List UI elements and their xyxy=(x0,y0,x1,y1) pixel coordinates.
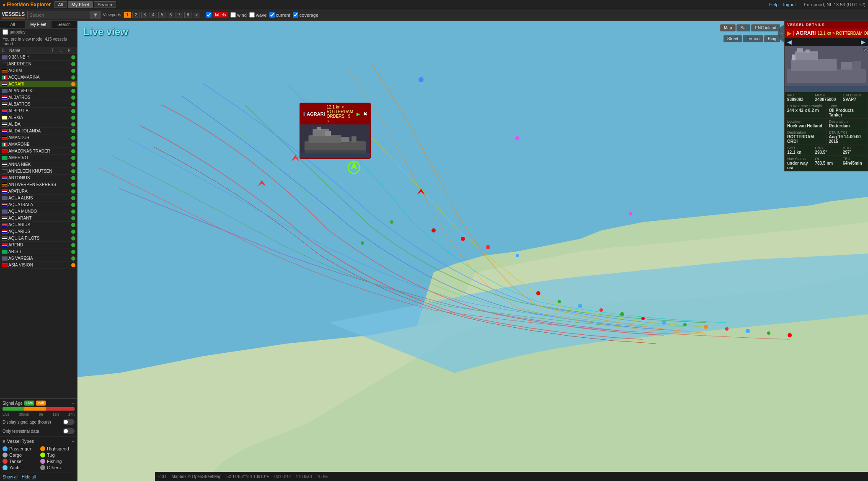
vessel-list-item[interactable]: ASIA VISION xyxy=(0,262,77,269)
col-name-header[interactable]: Name xyxy=(9,48,50,53)
vessel-list-item[interactable]: AMAZONAS TRADER xyxy=(0,148,77,155)
search-dropdown-btn[interactable]: ▼ xyxy=(90,11,100,19)
vessel-list-item[interactable]: ABERDEEN xyxy=(0,61,77,67)
vessel-type-item[interactable]: Others xyxy=(40,465,75,470)
vessel-status-dot xyxy=(71,156,75,160)
vessel-list-item[interactable]: AMPHIRO xyxy=(0,155,77,161)
popup-close-btn[interactable]: ✖ xyxy=(363,111,367,117)
vessel-list-item[interactable]: AQUARIUS xyxy=(0,222,77,228)
vessel-flag xyxy=(2,163,8,167)
vessel-type-item[interactable]: Tug xyxy=(40,453,75,458)
svg-point-21 xyxy=(788,333,792,337)
vessel-list-item[interactable]: ANNA NIEK xyxy=(0,161,77,168)
vd-prev-btn[interactable]: ◀ xyxy=(787,39,792,45)
vessel-list-item[interactable]: ALBERT B xyxy=(0,108,77,114)
vessel-type-item[interactable]: Passenger xyxy=(3,446,37,451)
vessel-status-dot xyxy=(71,236,75,240)
wave-toggle[interactable]: wave xyxy=(249,12,267,18)
map-style-sat[interactable]: Sat xyxy=(736,24,750,31)
tab-myfleet[interactable]: My Fleet xyxy=(26,21,51,28)
vessel-list-item[interactable]: ACQUAMARINA xyxy=(0,74,77,81)
map-style-enc[interactable]: ENC inland xyxy=(751,24,780,31)
vessel-list-item[interactable]: AMANDUS xyxy=(0,134,77,141)
wind-toggle[interactable]: wind xyxy=(230,12,247,18)
vessel-list-item[interactable]: AQUARIUS xyxy=(0,228,77,235)
vessel-list-item[interactable]: ALBATROS xyxy=(0,101,77,108)
vessel-list-item[interactable]: AQUA ALBIS xyxy=(0,195,77,202)
vessel-list-item[interactable]: ALIDA JOLANDA xyxy=(0,128,77,134)
vessel-list-item[interactable]: AQUARANT xyxy=(0,215,77,222)
viewport-2[interactable]: 2 xyxy=(132,12,140,18)
autoplay-checkbox[interactable] xyxy=(3,29,8,35)
vessel-list-item[interactable]: ALAN VELIKI xyxy=(0,88,77,94)
nav-all[interactable]: All xyxy=(54,1,67,8)
vessel-flag xyxy=(2,263,8,267)
help-link[interactable]: Help xyxy=(769,2,779,7)
vessels-label: VESSELS xyxy=(2,11,25,18)
show-all-btn[interactable]: Show all xyxy=(3,475,18,479)
nav-myfleet[interactable]: My Fleet xyxy=(68,1,93,8)
coverage-toggle[interactable]: coverage xyxy=(293,12,318,18)
current-toggle[interactable]: current xyxy=(269,12,290,18)
vessel-list-item[interactable]: ARIS T xyxy=(0,248,77,255)
vessel-type-item[interactable]: Yacht xyxy=(3,465,37,470)
hide-all-btn[interactable]: Hide all xyxy=(22,475,36,479)
vessel-type-item[interactable]: Tanker xyxy=(3,459,37,464)
vessel-flag xyxy=(2,116,8,120)
vessel-search-input[interactable] xyxy=(28,13,90,18)
viewport-8[interactable]: 8 xyxy=(184,12,192,18)
vessel-list-item[interactable]: ANTONIUS xyxy=(0,175,77,181)
viewport-next[interactable]: > xyxy=(193,12,200,18)
vd-vessel-name: AGRARI xyxy=(796,30,816,36)
vessel-list-item[interactable]: 9 38NNB H xyxy=(0,54,77,61)
signal-collapse-btn[interactable]: − xyxy=(72,401,75,406)
map-style-terrain[interactable]: Terrain xyxy=(743,35,763,42)
viewport-5[interactable]: 5 xyxy=(158,12,166,18)
vessel-name: ALAN VELIKI xyxy=(8,88,70,93)
map-style-map[interactable]: Map xyxy=(720,24,736,31)
vessel-list-item[interactable]: ALBATROS xyxy=(0,94,77,101)
vessel-type-item[interactable]: Highspeed xyxy=(40,446,75,451)
vessel-list-item[interactable]: ALIDA xyxy=(0,121,77,128)
vd-flag xyxy=(793,31,794,36)
vessel-list-item[interactable]: AGRARI xyxy=(0,81,77,88)
vessel-list-item[interactable]: AS VARESIA xyxy=(0,255,77,262)
vessel-list-item[interactable]: AMARONE xyxy=(0,141,77,148)
nav-search[interactable]: Search xyxy=(94,1,116,8)
display-signal-toggle[interactable] xyxy=(63,419,75,425)
logout-link[interactable]: logout xyxy=(783,2,796,7)
vessel-list-item[interactable]: ALEXIA xyxy=(0,114,77,121)
vd-expand-btn[interactable]: ⤢ xyxy=(863,48,866,52)
vessel-type-label: Highspeed xyxy=(47,446,69,451)
vessel-list-item[interactable]: AQUA ISALA xyxy=(0,202,77,208)
vessel-list-item[interactable]: AREND xyxy=(0,242,77,248)
map-style-street[interactable]: Street xyxy=(723,35,742,42)
vessel-type-item[interactable]: Fishing xyxy=(40,459,75,464)
vessel-type-dot xyxy=(40,465,45,470)
terrestrial-toggle[interactable] xyxy=(63,428,75,434)
vessel-list-item[interactable]: ANNELEEN KNUTSEN xyxy=(0,168,77,175)
labels-toggle[interactable]: labels xyxy=(206,12,228,18)
search-box: ▼ xyxy=(27,11,100,19)
vessel-list-item[interactable]: APATURA xyxy=(0,188,77,195)
viewport-3[interactable]: 3 xyxy=(141,12,149,18)
viewport-7[interactable]: 7 xyxy=(176,12,183,18)
vessel-type-item[interactable]: Cargo xyxy=(3,453,37,458)
vd-next-btn[interactable]: ▶ xyxy=(861,39,865,45)
vessel-list-item[interactable]: ACHIM xyxy=(0,67,77,74)
tab-all[interactable]: All xyxy=(0,21,26,28)
vessel-list-item[interactable]: AQUA MUNDO xyxy=(0,208,77,215)
tab-search[interactable]: Search xyxy=(52,21,77,28)
signal-header: Signal Age Live 24h − xyxy=(3,401,75,406)
vessel-types-collapse[interactable]: − xyxy=(72,439,75,444)
vessel-flag xyxy=(2,236,8,240)
live-badge: Live xyxy=(24,401,35,406)
viewport-4[interactable]: 4 xyxy=(150,12,157,18)
vessel-list-item[interactable]: AQUILA PILOTS xyxy=(0,235,77,242)
map-area[interactable]: Live view AGRARI 12.1 kn > ROTTERDAM ORD… xyxy=(78,21,868,481)
vessel-list-item[interactable]: ANTWERPEN EXPRESS xyxy=(0,181,77,188)
viewport-6[interactable]: 6 xyxy=(167,12,174,18)
vd-draught-key: OL xyxy=(815,157,837,161)
vessel-name: AQUA MUNDO xyxy=(8,209,70,214)
viewport-1[interactable]: 1 xyxy=(124,12,131,18)
